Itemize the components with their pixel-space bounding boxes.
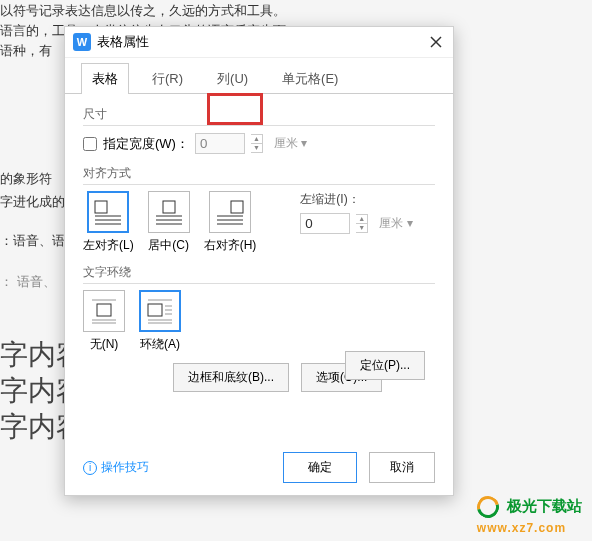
watermark-name: 极光下载站 (507, 497, 582, 514)
bg-text: 的象形符 (0, 170, 52, 188)
left-indent-label: 左缩进(I)： (300, 191, 359, 208)
tab-table[interactable]: 表格 (81, 63, 129, 94)
bg-text: ：语音、语 (0, 232, 65, 250)
align-fieldset: 对齐方式 左对齐(L) (83, 165, 435, 254)
left-indent-spinner[interactable]: ▲▼ (356, 214, 368, 233)
app-icon: W (73, 33, 91, 51)
table-properties-dialog: W 表格属性 表格 行(R) 列(U) 单元格(E) 尺寸 指定宽度(W)： ▲… (64, 26, 454, 496)
tips-link[interactable]: i 操作技巧 (83, 459, 149, 476)
align-left-label: 左对齐(L) (83, 237, 134, 254)
chevron-down-icon: ▾ (301, 136, 307, 150)
dialog-title: 表格属性 (97, 33, 149, 51)
wrap-around-icon (145, 296, 175, 326)
align-right-label: 右对齐(H) (204, 237, 257, 254)
wrap-none-icon (89, 296, 119, 326)
align-center-icon (154, 197, 184, 227)
bg-text: 字进化成的 (0, 193, 65, 211)
svg-rect-15 (97, 304, 111, 316)
svg-rect-10 (231, 201, 243, 213)
align-right-icon (215, 197, 245, 227)
left-indent-input[interactable] (300, 213, 350, 234)
size-fieldset: 尺寸 指定宽度(W)： ▲▼ 厘米 ▾ (83, 106, 435, 155)
align-legend: 对齐方式 (83, 165, 435, 185)
wrap-legend: 文字环绕 (83, 264, 435, 284)
wrap-around-button[interactable]: 环绕(A) (139, 290, 181, 353)
specify-width-checkbox[interactable] (83, 137, 97, 151)
chevron-down-icon: ▾ (407, 216, 413, 230)
align-left-button[interactable]: 左对齐(L) (83, 191, 134, 254)
width-spinner[interactable]: ▲▼ (251, 134, 263, 153)
align-right-button[interactable]: 右对齐(H) (204, 191, 257, 254)
specify-width-label: 指定宽度(W)： (103, 135, 189, 153)
bg-text: 以符号记录表达信息以传之，久远的方式和工具。 (0, 2, 286, 20)
watermark-icon (473, 492, 503, 522)
info-icon: i (83, 461, 97, 475)
width-unit-select[interactable]: 厘米 ▾ (269, 132, 312, 155)
bg-text: 语种，有 (0, 42, 52, 60)
watermark-url: www.xz7.com (477, 521, 566, 535)
cancel-button[interactable]: 取消 (369, 452, 435, 483)
wrap-none-button[interactable]: 无(N) (83, 290, 125, 353)
close-icon (430, 36, 442, 48)
align-left-icon (93, 197, 123, 227)
align-center-label: 居中(C) (148, 237, 189, 254)
svg-rect-6 (163, 201, 175, 213)
wrap-none-label: 无(N) (90, 336, 119, 353)
tab-column[interactable]: 列(U) (206, 63, 259, 94)
position-button[interactable]: 定位(P)... (345, 351, 425, 380)
tab-row[interactable]: 行(R) (141, 63, 194, 94)
svg-rect-19 (148, 304, 162, 316)
svg-rect-2 (95, 201, 107, 213)
size-legend: 尺寸 (83, 106, 435, 126)
watermark: 极光下载站 www.xz7.com (477, 496, 582, 535)
ok-button[interactable]: 确定 (283, 452, 357, 483)
border-shading-button[interactable]: 边框和底纹(B)... (173, 363, 289, 392)
left-indent-unit-select[interactable]: 厘米 ▾ (374, 212, 417, 235)
close-button[interactable] (427, 33, 445, 51)
bg-text: ： 语音、 (0, 273, 56, 291)
wrap-around-label: 环绕(A) (140, 336, 180, 353)
tab-cell[interactable]: 单元格(E) (271, 63, 349, 94)
align-center-button[interactable]: 居中(C) (148, 191, 190, 254)
wrap-fieldset: 文字环绕 无(N) (83, 264, 435, 353)
width-input[interactable] (195, 133, 245, 154)
